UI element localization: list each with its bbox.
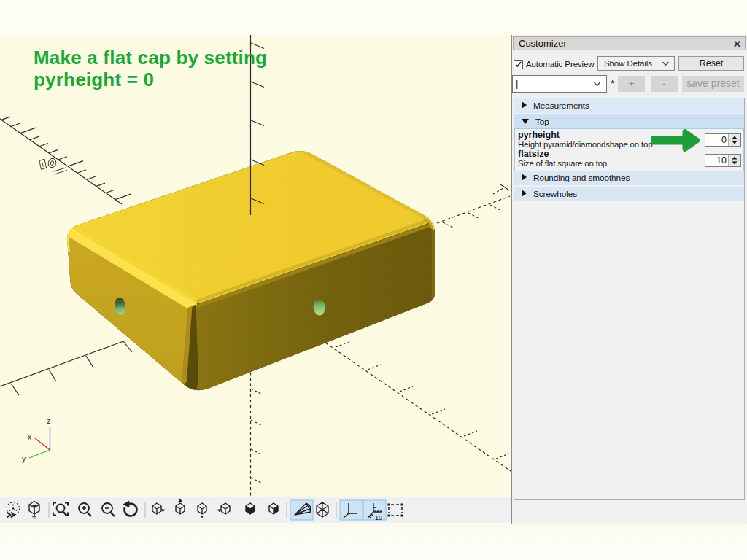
svg-text:Make a flat cap by setting: Make a flat cap by setting xyxy=(34,47,267,69)
svg-text:z: z xyxy=(47,417,51,425)
svg-text:pyrheight = 0: pyrheight = 0 xyxy=(34,69,154,90)
svg-text:10: 10 xyxy=(375,514,382,521)
svg-text:y: y xyxy=(22,455,26,463)
svg-text:x: x xyxy=(28,433,31,441)
